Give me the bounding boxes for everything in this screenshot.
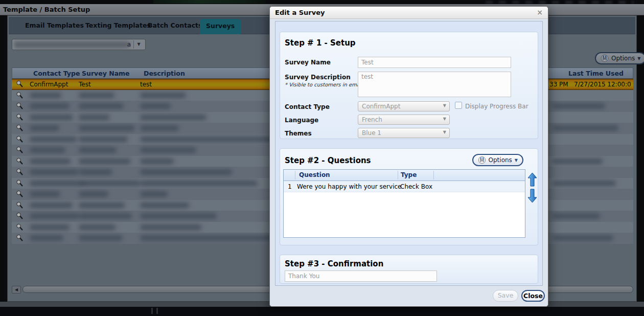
survey-name-label: Survey Name bbox=[285, 59, 331, 66]
display-progress-bar-checkbox[interactable] bbox=[455, 102, 462, 109]
step2-questions-panel: Step #2 - Questions M Options ▼ Question… bbox=[280, 148, 538, 245]
survey-description-label: Survey Description bbox=[285, 74, 351, 81]
language-label: Language bbox=[285, 117, 318, 124]
options-label: Options bbox=[489, 156, 512, 164]
step3-heading: Step #3 - Confirmation bbox=[285, 259, 383, 268]
dialog-content-panel: Step # 1 - Setup Survey Name Survey Desc… bbox=[275, 21, 543, 286]
edit-survey-dialog: Edit a Survey × Step # 1 - Setup Survey … bbox=[269, 6, 548, 307]
question-number: 1 bbox=[288, 183, 292, 190]
questions-table: Question Type 1 Were you happy with your… bbox=[283, 169, 525, 238]
close-icon[interactable]: × bbox=[536, 9, 544, 17]
column-divider bbox=[398, 171, 398, 179]
themes-label: Themes bbox=[285, 130, 312, 137]
step2-heading: Step #2 - Questions bbox=[285, 156, 371, 165]
language-value: French bbox=[362, 116, 382, 123]
svg-text:M: M bbox=[479, 158, 484, 163]
step3-confirmation-panel: Step #3 - Confirmation bbox=[280, 255, 538, 284]
survey-description-textarea[interactable]: test bbox=[358, 72, 511, 97]
dialog-title: Edit a Survey bbox=[275, 9, 325, 16]
questions-table-header: Question Type bbox=[284, 170, 525, 181]
question-text: Were you happy with your service bbox=[297, 183, 401, 190]
column-divider bbox=[295, 171, 295, 179]
themes-select[interactable]: Blue 1 ▼ bbox=[358, 128, 450, 138]
question-row[interactable]: 1 Were you happy with your service Check… bbox=[284, 181, 525, 192]
column-divider bbox=[433, 171, 434, 179]
chevron-down-icon: ▼ bbox=[443, 117, 446, 121]
questions-options-button[interactable]: M Options ▼ bbox=[472, 154, 523, 166]
contact-type-value: ConfirmAppt bbox=[362, 103, 400, 110]
confirmation-input[interactable] bbox=[285, 270, 437, 282]
step1-heading: Step # 1 - Setup bbox=[285, 38, 356, 48]
step1-setup-panel: Step # 1 - Setup Survey Name Survey Desc… bbox=[280, 32, 538, 139]
question-type: Check Box bbox=[400, 183, 432, 190]
close-button[interactable]: Close bbox=[521, 290, 545, 302]
col-question[interactable]: Question bbox=[299, 171, 330, 178]
display-progress-bar-label: Display Progress Bar bbox=[465, 103, 528, 110]
save-button[interactable]: Save bbox=[493, 290, 518, 302]
move-down-icon[interactable] bbox=[527, 189, 537, 203]
col-type[interactable]: Type bbox=[401, 171, 417, 178]
brand-m-icon: M bbox=[478, 156, 486, 164]
move-up-icon[interactable] bbox=[527, 172, 537, 187]
dialog-titlebar[interactable]: Edit a Survey × bbox=[270, 7, 548, 19]
survey-name-input[interactable] bbox=[358, 57, 511, 68]
contact-type-select[interactable]: ConfirmAppt ▼ bbox=[358, 101, 450, 111]
themes-value: Blue 1 bbox=[362, 129, 381, 137]
chevron-down-icon: ▼ bbox=[515, 158, 518, 163]
contact-type-label: Contact Type bbox=[285, 103, 330, 110]
chevron-down-icon: ▼ bbox=[443, 103, 446, 108]
chevron-down-icon: ▼ bbox=[443, 130, 446, 134]
survey-description-hint: * Visible to customers in email bbox=[285, 82, 363, 87]
language-select[interactable]: French ▼ bbox=[358, 115, 450, 125]
